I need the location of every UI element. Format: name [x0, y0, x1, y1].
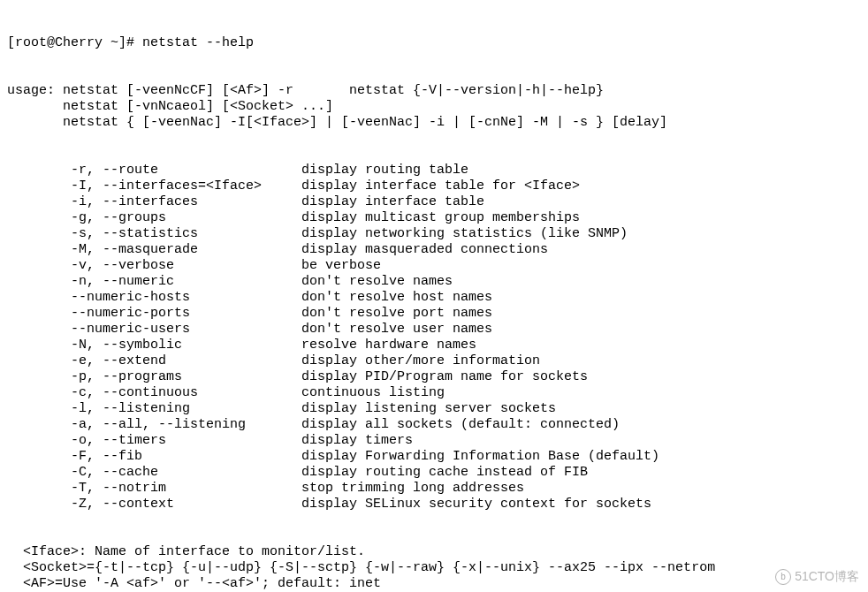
option-line: --numeric-ports don't resolve port names	[7, 306, 861, 322]
option-line: -e, --extend display other/more informat…	[7, 353, 861, 369]
option-line: -M, --masquerade display masqueraded con…	[7, 242, 861, 258]
option-line: -c, --continuous continuous listing	[7, 385, 861, 401]
option-line: -Z, --context display SELinux security c…	[7, 497, 861, 512]
option-line: -a, --all, --listening display all socke…	[7, 417, 861, 433]
option-line: --numeric-users don't resolve user names	[7, 322, 861, 338]
option-line: -l, --listening display listening server…	[7, 401, 861, 417]
footer-line: <AF>=Use '-A <af>' or '--<af>'; default:…	[7, 576, 861, 592]
options-block: -r, --route display routing table -I, --…	[7, 163, 861, 512]
option-line: -r, --route display routing table	[7, 163, 861, 178]
option-line: -p, --programs display PID/Program name …	[7, 369, 861, 385]
option-line: -N, --symbolic resolve hardware names	[7, 338, 861, 353]
option-line: -I, --interfaces=<Iface> display interfa…	[7, 178, 861, 194]
footer-line: <Socket>={-t|--tcp} {-u|--udp} {-S|--sct…	[7, 560, 861, 576]
option-line: -s, --statistics display networking stat…	[7, 226, 861, 242]
option-line: -T, --notrim stop trimming long addresse…	[7, 481, 861, 497]
usage-line: usage: netstat [-veenNcCF] [<Af>] -r net…	[7, 83, 861, 99]
option-line: -v, --verbose be verbose	[7, 258, 861, 274]
footer-block: <Iface>: Name of interface to monitor/li…	[7, 544, 861, 592]
option-line: -C, --cache display routing cache instea…	[7, 465, 861, 481]
usage-line: netstat { [-veenNac] -I[<Iface>] | [-vee…	[7, 115, 861, 131]
option-line: -n, --numeric don't resolve names	[7, 274, 861, 290]
terminal-output: [root@Cherry ~]# netstat --help usage: n…	[0, 0, 868, 592]
option-line: --numeric-hosts don't resolve host names	[7, 290, 861, 306]
option-line: -i, --interfaces display interface table	[7, 194, 861, 210]
prompt-line: [root@Cherry ~]# netstat --help	[7, 35, 861, 51]
option-line: -o, --timers display timers	[7, 433, 861, 449]
usage-line: netstat [-vnNcaeol] [<Socket> ...]	[7, 99, 861, 115]
option-line: -g, --groups display multicast group mem…	[7, 210, 861, 226]
footer-line: <Iface>: Name of interface to monitor/li…	[7, 544, 861, 560]
option-line: -F, --fib display Forwarding Information…	[7, 449, 861, 465]
usage-block: usage: netstat [-veenNcCF] [<Af>] -r net…	[7, 83, 861, 131]
